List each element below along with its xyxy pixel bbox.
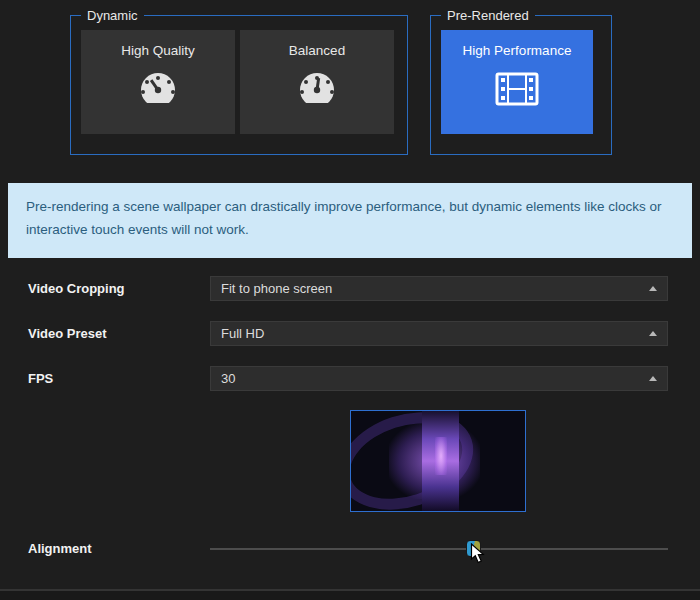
dynamic-group-legend: Dynamic (81, 8, 144, 23)
prerendered-group: Pre-Rendered High Performance (430, 8, 612, 155)
alignment-slider-track[interactable] (210, 548, 668, 550)
video-cropping-label: Video Cropping (28, 276, 125, 301)
video-preset-dropdown[interactable]: Full HD (210, 321, 668, 346)
fps-dropdown[interactable]: 30 (210, 366, 668, 391)
high-performance-label: High Performance (463, 43, 572, 58)
preview-character-art (435, 437, 447, 475)
high-quality-button[interactable]: High Quality (81, 30, 235, 134)
gauge-icon (136, 70, 180, 112)
alignment-slider-handle[interactable] (466, 540, 481, 557)
balanced-label: Balanced (289, 43, 345, 58)
high-performance-button[interactable]: High Performance (441, 30, 593, 134)
dynamic-options: High Quality Balanced (71, 23, 407, 141)
prerendered-group-legend: Pre-Rendered (441, 8, 535, 23)
info-banner: Pre-rendering a scene wallpaper can dras… (8, 183, 692, 258)
balanced-button[interactable]: Balanced (240, 30, 394, 134)
video-cropping-dropdown[interactable]: Fit to phone screen (210, 276, 668, 301)
gauge-icon (295, 70, 339, 112)
alignment-label: Alignment (28, 536, 92, 561)
info-banner-text: Pre-rendering a scene wallpaper can dras… (26, 199, 662, 237)
film-icon (494, 70, 540, 112)
dropdown-caret-icon (649, 376, 657, 381)
video-cropping-value: Fit to phone screen (221, 281, 332, 296)
wallpaper-preview (350, 410, 526, 512)
video-preset-label: Video Preset (28, 321, 107, 346)
dropdown-caret-icon (649, 286, 657, 291)
bottom-area (0, 591, 700, 600)
prerendered-options: High Performance (431, 23, 611, 141)
fps-label: FPS (28, 366, 53, 391)
dropdown-caret-icon (649, 331, 657, 336)
high-quality-label: High Quality (121, 43, 195, 58)
wallpaper-export-settings-panel: Dynamic High Quality (0, 0, 700, 600)
video-preset-value: Full HD (221, 326, 264, 341)
dynamic-group: Dynamic High Quality (70, 8, 408, 155)
fps-value: 30 (221, 371, 235, 386)
